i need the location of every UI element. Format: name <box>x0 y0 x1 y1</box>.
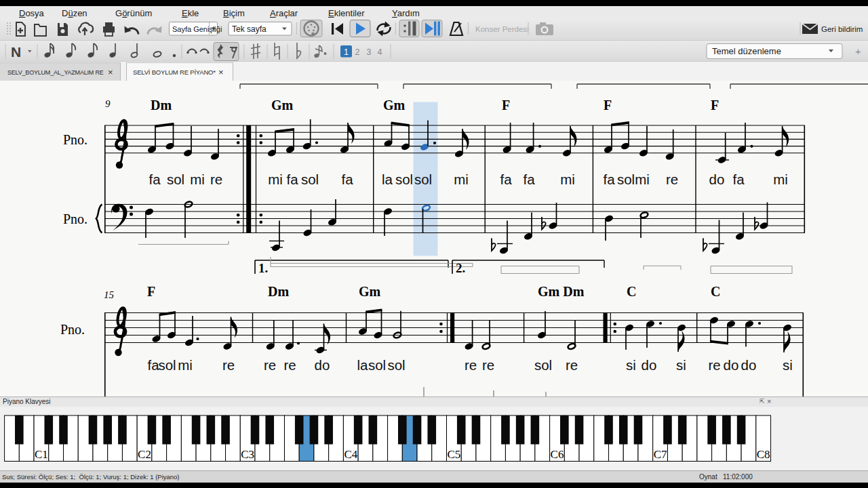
svg-text:+: + <box>855 45 861 57</box>
svg-text:re: re <box>666 171 678 187</box>
svg-text:re: re <box>482 357 494 373</box>
svg-text:C4: C4 <box>344 448 357 461</box>
svg-text:re: re <box>566 357 578 373</box>
svg-text:Temel düzenleme: Temel düzenleme <box>712 46 781 56</box>
svg-text:sol: sol <box>158 357 176 373</box>
svg-text:3: 3 <box>367 47 372 57</box>
svg-text:Pno.: Pno. <box>63 211 87 226</box>
svg-text:do: do <box>709 171 725 187</box>
svg-text:Konser Perdesi: Konser Perdesi <box>475 25 529 33</box>
svg-text:C1: C1 <box>35 448 48 461</box>
svg-text:sol: sol <box>368 357 386 373</box>
svg-text:re: re <box>264 357 276 373</box>
svg-text:si: si <box>676 357 686 373</box>
svg-text:la: la <box>382 171 393 187</box>
svg-text:2: 2 <box>355 47 360 57</box>
svg-text:C7: C7 <box>654 448 667 461</box>
svg-text:mi: mi <box>190 171 205 187</box>
svg-text:F: F <box>711 98 719 113</box>
svg-text:fa: fa <box>603 171 615 187</box>
svg-text:C5: C5 <box>447 448 460 461</box>
svg-text:mi: mi <box>773 171 788 187</box>
svg-text:Gm: Gm <box>271 98 294 113</box>
svg-text:mi: mi <box>560 171 575 187</box>
svg-text:sol: sol <box>414 171 432 187</box>
svg-text:N: N <box>11 44 21 60</box>
svg-text:re: re <box>708 357 720 373</box>
svg-text:C: C <box>711 284 720 299</box>
svg-text:do: do <box>642 357 657 373</box>
svg-text:do: do <box>315 357 330 373</box>
svg-text:Geri bildirim: Geri bildirim <box>821 25 863 33</box>
svg-text:F: F <box>604 98 612 113</box>
svg-text:Gm Dm: Gm Dm <box>538 284 585 299</box>
svg-text:re: re <box>283 357 296 373</box>
svg-text:mi: mi <box>178 357 193 373</box>
svg-text:do: do <box>724 357 739 373</box>
svg-text:re: re <box>210 171 222 187</box>
svg-text:15: 15 <box>104 289 115 300</box>
svg-text:mi: mi <box>454 171 469 187</box>
svg-text:mi: mi <box>268 171 283 187</box>
svg-text:9: 9 <box>105 98 111 109</box>
svg-text:re: re <box>222 357 235 373</box>
svg-text:mi: mi <box>635 171 650 187</box>
svg-text:do: do <box>741 357 757 373</box>
svg-text:F: F <box>147 284 155 299</box>
svg-text:sol: sol <box>301 171 319 187</box>
svg-text:Gm: Gm <box>383 98 406 113</box>
svg-text:sol: sol <box>387 357 405 373</box>
svg-text:fa: fa <box>341 171 353 187</box>
svg-text:fa: fa <box>500 171 512 187</box>
svg-text:Dm: Dm <box>268 284 289 299</box>
svg-text:fa: fa <box>523 171 535 187</box>
svg-text:si: si <box>783 357 793 373</box>
svg-text:1: 1 <box>344 47 349 57</box>
svg-text:Pno.: Pno. <box>60 322 85 337</box>
svg-text:fa: fa <box>732 171 745 187</box>
svg-text:la: la <box>357 357 369 373</box>
svg-text:re: re <box>465 357 477 373</box>
svg-text:Dm: Dm <box>151 98 172 113</box>
svg-text:1.: 1. <box>258 261 268 275</box>
svg-text:2.: 2. <box>456 261 465 275</box>
svg-text:fa: fa <box>149 171 161 187</box>
svg-text:Tek sayfa: Tek sayfa <box>232 24 267 34</box>
svg-text:Pno.: Pno. <box>63 132 87 147</box>
svg-text:C: C <box>627 284 636 299</box>
svg-text:sol: sol <box>395 171 413 187</box>
svg-text:fa: fa <box>286 171 298 187</box>
svg-text:F: F <box>502 98 510 113</box>
svg-text:4: 4 <box>378 47 382 57</box>
svg-text:sol: sol <box>617 171 635 187</box>
svg-text:C3: C3 <box>241 448 254 461</box>
svg-text:C2: C2 <box>138 448 151 461</box>
svg-text:sol: sol <box>167 171 184 187</box>
svg-text:C8: C8 <box>757 448 770 461</box>
svg-text:si: si <box>626 357 636 373</box>
svg-text:Sayfa Genişliği: Sayfa Genişliği <box>172 25 222 33</box>
svg-text:Gm: Gm <box>359 284 381 299</box>
svg-text:sol: sol <box>534 357 552 373</box>
svg-text:C6: C6 <box>551 448 564 461</box>
